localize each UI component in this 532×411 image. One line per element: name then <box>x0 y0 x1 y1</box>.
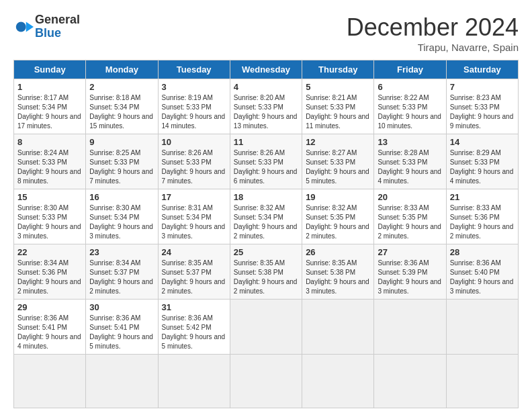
calendar-cell: 26Sunrise: 8:35 AMSunset: 5:38 PMDayligh… <box>302 244 374 300</box>
calendar-cell: 22Sunrise: 8:34 AMSunset: 5:36 PMDayligh… <box>14 244 86 300</box>
day-info: Sunrise: 8:28 AMSunset: 5:33 PMDaylight:… <box>378 148 442 186</box>
day-number: 30 <box>89 302 154 312</box>
day-number: 26 <box>306 247 370 257</box>
calendar-row: 8Sunrise: 8:24 AMSunset: 5:33 PMDaylight… <box>14 134 519 189</box>
calendar-table: SundayMondayTuesdayWednesdayThursdayFrid… <box>13 60 519 408</box>
day-number: 12 <box>306 137 370 147</box>
calendar-day-header: Friday <box>374 60 446 79</box>
calendar-cell: 16Sunrise: 8:30 AMSunset: 5:34 PMDayligh… <box>86 189 158 244</box>
calendar-cell: 19Sunrise: 8:32 AMSunset: 5:35 PMDayligh… <box>302 189 374 244</box>
day-info: Sunrise: 8:25 AMSunset: 5:33 PMDaylight:… <box>89 148 154 186</box>
calendar-cell <box>302 300 374 355</box>
calendar-cell: 30Sunrise: 8:36 AMSunset: 5:41 PMDayligh… <box>86 300 158 355</box>
day-info: Sunrise: 8:26 AMSunset: 5:33 PMDaylight:… <box>162 148 226 186</box>
month-title: December 2024 <box>347 13 519 42</box>
day-number: 13 <box>378 137 442 147</box>
day-number: 27 <box>378 247 442 257</box>
calendar-cell: 5Sunrise: 8:21 AMSunset: 5:33 PMDaylight… <box>302 79 374 134</box>
calendar-cell: 23Sunrise: 8:34 AMSunset: 5:37 PMDayligh… <box>86 244 158 300</box>
calendar-row: 22Sunrise: 8:34 AMSunset: 5:36 PMDayligh… <box>14 244 519 300</box>
calendar-row: 15Sunrise: 8:30 AMSunset: 5:33 PMDayligh… <box>14 189 519 244</box>
day-info: Sunrise: 8:36 AMSunset: 5:41 PMDaylight:… <box>89 314 154 351</box>
day-number: 17 <box>162 192 226 202</box>
day-info: Sunrise: 8:36 AMSunset: 5:39 PMDaylight:… <box>378 259 442 296</box>
day-info: Sunrise: 8:20 AMSunset: 5:33 PMDaylight:… <box>234 93 298 131</box>
calendar-cell: 11Sunrise: 8:26 AMSunset: 5:33 PMDayligh… <box>230 134 302 189</box>
day-info: Sunrise: 8:36 AMSunset: 5:42 PMDaylight:… <box>162 314 226 351</box>
day-info: Sunrise: 8:32 AMSunset: 5:34 PMDaylight:… <box>234 203 298 241</box>
day-info: Sunrise: 8:33 AMSunset: 5:35 PMDaylight:… <box>378 203 442 241</box>
day-number: 9 <box>89 137 154 147</box>
day-info: Sunrise: 8:34 AMSunset: 5:36 PMDaylight:… <box>17 259 82 296</box>
day-number: 23 <box>89 247 154 257</box>
calendar-cell: 18Sunrise: 8:32 AMSunset: 5:34 PMDayligh… <box>230 189 302 244</box>
calendar-day-header: Tuesday <box>158 60 230 79</box>
day-number: 7 <box>450 82 515 92</box>
day-info: Sunrise: 8:26 AMSunset: 5:33 PMDaylight:… <box>234 148 298 186</box>
day-info: Sunrise: 8:18 AMSunset: 5:34 PMDaylight:… <box>89 93 154 131</box>
day-info: Sunrise: 8:31 AMSunset: 5:34 PMDaylight:… <box>162 203 226 241</box>
logo-blue: Blue <box>35 27 80 40</box>
day-info: Sunrise: 8:22 AMSunset: 5:33 PMDaylight:… <box>378 93 442 131</box>
calendar-cell: 14Sunrise: 8:29 AMSunset: 5:33 PMDayligh… <box>446 134 518 189</box>
calendar-cell: 13Sunrise: 8:28 AMSunset: 5:33 PMDayligh… <box>374 134 446 189</box>
day-number: 18 <box>234 192 298 202</box>
calendar-cell: 9Sunrise: 8:25 AMSunset: 5:33 PMDaylight… <box>86 134 158 189</box>
day-number: 10 <box>162 137 226 147</box>
calendar-cell <box>374 300 446 355</box>
calendar-cell <box>158 355 230 408</box>
logo-icon <box>13 17 34 37</box>
day-info: Sunrise: 8:32 AMSunset: 5:35 PMDaylight:… <box>306 203 370 241</box>
day-number: 15 <box>17 192 82 202</box>
day-info: Sunrise: 8:24 AMSunset: 5:33 PMDaylight:… <box>17 148 82 186</box>
calendar-cell <box>374 355 446 408</box>
calendar-cell <box>86 355 158 408</box>
calendar-cell: 2Sunrise: 8:18 AMSunset: 5:34 PMDaylight… <box>86 79 158 134</box>
day-info: Sunrise: 8:36 AMSunset: 5:40 PMDaylight:… <box>450 259 515 296</box>
calendar-cell: 4Sunrise: 8:20 AMSunset: 5:33 PMDaylight… <box>230 79 302 134</box>
day-number: 14 <box>450 137 515 147</box>
calendar-cell: 28Sunrise: 8:36 AMSunset: 5:40 PMDayligh… <box>446 244 518 300</box>
day-number: 21 <box>450 192 515 202</box>
day-number: 5 <box>306 82 370 92</box>
day-info: Sunrise: 8:34 AMSunset: 5:37 PMDaylight:… <box>89 259 154 296</box>
day-info: Sunrise: 8:17 AMSunset: 5:34 PMDaylight:… <box>17 93 82 131</box>
day-number: 24 <box>162 247 226 257</box>
day-number: 22 <box>17 247 82 257</box>
calendar-cell: 31Sunrise: 8:36 AMSunset: 5:42 PMDayligh… <box>158 300 230 355</box>
calendar-day-header: Sunday <box>14 60 86 79</box>
day-info: Sunrise: 8:23 AMSunset: 5:33 PMDaylight:… <box>450 93 515 131</box>
calendar-cell: 3Sunrise: 8:19 AMSunset: 5:33 PMDaylight… <box>158 79 230 134</box>
day-info: Sunrise: 8:36 AMSunset: 5:41 PMDaylight:… <box>17 314 82 351</box>
calendar-day-header: Wednesday <box>230 60 302 79</box>
calendar-cell <box>230 355 302 408</box>
calendar-cell: 12Sunrise: 8:27 AMSunset: 5:33 PMDayligh… <box>302 134 374 189</box>
calendar-cell: 29Sunrise: 8:36 AMSunset: 5:41 PMDayligh… <box>14 300 86 355</box>
day-number: 29 <box>17 302 82 312</box>
day-info: Sunrise: 8:19 AMSunset: 5:33 PMDaylight:… <box>162 93 226 131</box>
day-info: Sunrise: 8:35 AMSunset: 5:38 PMDaylight:… <box>306 259 370 296</box>
calendar-cell: 7Sunrise: 8:23 AMSunset: 5:33 PMDaylight… <box>446 79 518 134</box>
day-number: 19 <box>306 192 370 202</box>
day-number: 20 <box>378 192 442 202</box>
svg-point-0 <box>16 21 26 32</box>
calendar-cell <box>14 355 86 408</box>
logo-general: General <box>35 13 80 27</box>
day-info: Sunrise: 8:30 AMSunset: 5:33 PMDaylight:… <box>17 203 82 241</box>
calendar-header-row: SundayMondayTuesdayWednesdayThursdayFrid… <box>14 60 519 79</box>
day-info: Sunrise: 8:35 AMSunset: 5:37 PMDaylight:… <box>162 259 226 296</box>
day-info: Sunrise: 8:21 AMSunset: 5:33 PMDaylight:… <box>306 93 370 131</box>
calendar-row: 1Sunrise: 8:17 AMSunset: 5:34 PMDaylight… <box>14 79 519 134</box>
day-info: Sunrise: 8:27 AMSunset: 5:33 PMDaylight:… <box>306 148 370 186</box>
calendar-cell <box>230 300 302 355</box>
calendar-cell <box>446 355 518 408</box>
day-number: 31 <box>162 302 226 312</box>
day-info: Sunrise: 8:30 AMSunset: 5:34 PMDaylight:… <box>89 203 154 241</box>
day-number: 28 <box>450 247 515 257</box>
day-number: 6 <box>378 82 442 92</box>
day-number: 1 <box>17 82 82 92</box>
calendar-cell: 8Sunrise: 8:24 AMSunset: 5:33 PMDaylight… <box>14 134 86 189</box>
calendar-row: 29Sunrise: 8:36 AMSunset: 5:41 PMDayligh… <box>14 300 519 355</box>
day-info: Sunrise: 8:33 AMSunset: 5:36 PMDaylight:… <box>450 203 515 241</box>
day-info: Sunrise: 8:35 AMSunset: 5:38 PMDaylight:… <box>234 259 298 296</box>
